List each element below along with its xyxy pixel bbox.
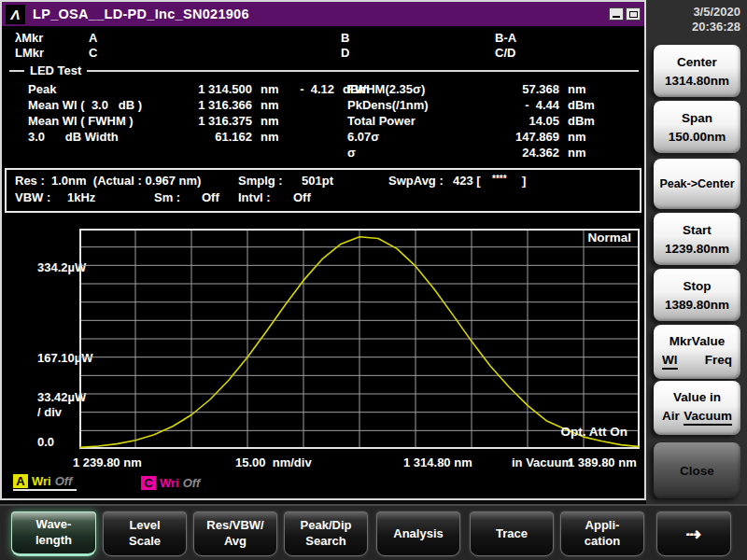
minimize-icon [613, 16, 620, 18]
softkey-sidebar: 3/5/2020 20:36:28 Center 1314.80nm Span … [646, 0, 747, 504]
marker-value-toggle-button[interactable]: MkrValue Wl Freq [654, 325, 740, 379]
start-wavelength-button[interactable]: Start 1239.80nm [654, 213, 740, 265]
softkey-value: 1314.80nm [665, 74, 729, 88]
option-air[interactable]: Air [662, 409, 680, 426]
meas-value: 1 314.500 [194, 81, 252, 97]
meas-value: 1 316.375 [194, 113, 252, 129]
tab-peak-dip-search[interactable]: Peak/Dip Search [284, 511, 368, 556]
sweep-average-stars: **** [492, 174, 507, 184]
osa-main-display: Λ LP_OSA__LD-PD_Inc_SN021906 λMkr A B B-… [0, 0, 646, 500]
measurement-table-right: FWHM(2.35σ) 57.368 nm PkDens(/1nm) - 4.4… [347, 81, 601, 161]
meas-extra-value: - 4.12 [291, 81, 334, 97]
tab-label: Search [305, 534, 345, 550]
date-text: 3/5/2020 [692, 5, 740, 20]
option-vacuum[interactable]: Vacuum [684, 409, 732, 426]
meas-label: Mean Wl ( 3.0 dB ) [28, 97, 194, 113]
x-axis-medium-label: in Vacuum [512, 455, 572, 469]
close-button[interactable]: Close [654, 442, 740, 498]
softkey-label: Close [680, 464, 714, 478]
tab-level-scale[interactable]: Level Scale [103, 511, 187, 556]
tab-res-vbw-avg[interactable]: Res/VBW/ Avg [193, 511, 277, 556]
option-frequency[interactable]: Freq [705, 353, 732, 370]
lambda-marker-label: λMkr [15, 31, 43, 45]
marker-d-label: D [341, 46, 349, 60]
display-mode-label: Normal [587, 231, 631, 245]
vbw-value: 1kHz [67, 190, 95, 204]
tab-application[interactable]: Appli- cation [560, 511, 644, 556]
app-logo-icon: Λ [6, 5, 25, 24]
tab-analysis[interactable]: Analysis [376, 511, 460, 556]
tab-label: cation [585, 534, 620, 550]
sweep-settings-box: Res : 1.0nm (Actual : 0.967 nm) Smplg : … [5, 168, 641, 213]
tab-trace[interactable]: Trace [470, 511, 554, 556]
trace-c-status: Off [183, 476, 201, 490]
marker-c-over-d-label: C/D [495, 46, 515, 60]
maximize-icon [629, 11, 638, 18]
level-marker-label: LMkr [15, 46, 44, 60]
interval-label: Intvl : [238, 190, 271, 204]
menu-next-page-button[interactable]: ⇢ [656, 511, 731, 556]
meas-unit: dBm [559, 97, 601, 113]
sweep-average-label: SwpAvg : [388, 174, 444, 188]
softkey-label: Center [677, 55, 717, 69]
trace-c-indicator[interactable]: C Wri Off [141, 474, 200, 491]
resolution-text: Res : 1.0nm (Actual : 0.967 nm) [15, 174, 201, 188]
meas-label: Total Power [347, 113, 471, 129]
softkey-label: Stop [684, 279, 712, 293]
trace-a-indicator[interactable]: A Wri Off [13, 474, 77, 491]
span-button[interactable]: Span 150.00nm [654, 101, 740, 153]
meas-label: σ [347, 145, 471, 161]
interval-value: Off [293, 190, 311, 204]
meas-label: Mean Wl ( FWHM ) [28, 113, 194, 129]
meas-label: Peak [28, 81, 194, 97]
marker-c-label: C [89, 46, 97, 60]
y-axis-scale-label: / div [37, 405, 62, 419]
option-wavelength[interactable]: Wl [662, 353, 678, 370]
meas-unit: nm [559, 81, 601, 97]
window-title: LP_OSA__LD-PD_Inc_SN021906 [33, 7, 249, 21]
stop-wavelength-button[interactable]: Stop 1389.80nm [654, 269, 740, 321]
meas-value: 147.869 [471, 129, 559, 145]
maximize-button[interactable] [626, 7, 641, 21]
trace-c-badge: C [141, 476, 156, 490]
softkey-label: Start [683, 223, 712, 237]
meas-label: 3.0 dB Width [28, 129, 194, 145]
center-wavelength-button[interactable]: Center 1314.80nm [654, 45, 740, 97]
smoothing-value: Off [202, 190, 219, 204]
meas-value: 14.05 [471, 113, 559, 129]
led-test-section-divider: LED Test [9, 63, 639, 77]
sweep-average-value: 423 [ [453, 174, 481, 188]
tab-label: Level [129, 518, 160, 534]
trace-c-mode: Wri [160, 476, 179, 490]
x-axis-start-label: 1 239.80 nm [73, 455, 142, 469]
tab-label: Res/VBW/ [206, 518, 263, 534]
trace-a-badge: A [13, 474, 28, 488]
y-axis-zero-label: 0.0 [37, 435, 54, 449]
sweep-average-bracket: ] [522, 174, 526, 188]
tab-label: Analysis [393, 526, 443, 542]
softkey-value: 150.00nm [669, 130, 726, 144]
sampling-label: Smplg : [238, 174, 283, 188]
meas-value: - 4.44 [471, 97, 559, 113]
meas-unit: nm [559, 129, 601, 145]
x-axis-stop-label: 1 389.80 nm [568, 455, 637, 469]
minimize-button[interactable] [609, 7, 624, 21]
window-titlebar[interactable]: Λ LP_OSA__LD-PD_Inc_SN021906 [2, 2, 644, 26]
tab-label: Wave- [36, 517, 72, 533]
tab-label: Scale [129, 534, 161, 550]
tab-label: Peak/Dip [301, 518, 352, 534]
spectrum-plot [79, 229, 640, 449]
meas-label: FWHM(2.35σ) [347, 81, 471, 97]
x-axis-scale-label: 15.00 nm/div [235, 455, 312, 469]
smoothing-label: Sm : [154, 190, 180, 204]
measurement-table-left: Peak 1 314.500 nm - 4.12 dBm Mean Wl ( 3… [28, 81, 374, 145]
section-title: LED Test [24, 63, 87, 77]
tab-label: Appli- [585, 518, 620, 534]
tab-wavelength[interactable]: Wave- length [11, 511, 96, 556]
next-page-arrow-icon: ⇢ [686, 522, 702, 546]
meas-unit: dBm [559, 113, 601, 129]
datetime-display: 3/5/2020 20:36:28 [692, 5, 740, 35]
value-in-toggle-button[interactable]: Value in Air Vacuum [654, 381, 740, 435]
meas-value: 24.362 [471, 145, 559, 161]
peak-to-center-button[interactable]: Peak->Center [654, 159, 740, 209]
